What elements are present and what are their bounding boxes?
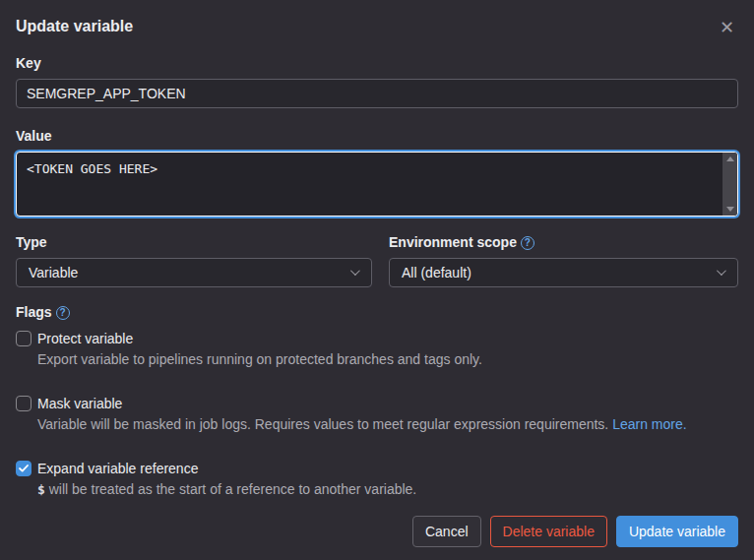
expand-variable-reference-checkbox[interactable]	[16, 461, 31, 476]
protect-variable-label: Protect variable	[37, 330, 482, 347]
protect-variable-row: Protect variable Export variable to pipe…	[16, 330, 738, 369]
dollar-symbol: $	[37, 482, 45, 497]
chevron-down-icon	[717, 266, 726, 276]
type-label: Type	[16, 234, 372, 250]
environment-scope-field-group: Environment scope? All (default)	[389, 234, 738, 287]
flags-label: Flags?	[16, 304, 738, 320]
expand-variable-reference-description: $ will be treated as the start of a refe…	[37, 479, 416, 500]
mask-variable-checkbox[interactable]	[16, 396, 31, 411]
update-variable-modal: Update variable ✕ Key Value <TOKEN GOES …	[0, 0, 754, 560]
flags-section: Flags? Protect variable Export variable …	[16, 304, 738, 500]
environment-scope-help-icon[interactable]: ?	[521, 236, 534, 250]
environment-scope-label: Environment scope?	[389, 234, 738, 250]
learn-more-link[interactable]: Learn more.	[612, 416, 686, 432]
key-input[interactable]	[16, 79, 738, 108]
protect-variable-description: Export variable to pipelines running on …	[37, 349, 482, 369]
close-icon[interactable]: ✕	[716, 17, 738, 38]
type-select[interactable]: Variable	[16, 258, 372, 287]
mask-variable-label: Mask variable	[37, 395, 687, 412]
protect-variable-checkbox[interactable]	[16, 331, 31, 346]
delete-variable-button[interactable]: Delete variable	[490, 516, 607, 547]
mask-variable-description: Variable will be masked in job logs. Req…	[37, 414, 687, 434]
chevron-down-icon	[350, 266, 360, 276]
value-textarea[interactable]: <TOKEN GOES HERE>	[17, 153, 723, 216]
value-label: Value	[16, 128, 738, 144]
modal-footer: Cancel Delete variable Update variable	[412, 516, 738, 547]
key-label: Key	[16, 55, 738, 71]
key-field-group: Key	[16, 55, 738, 108]
type-field-group: Type Variable	[16, 234, 372, 287]
environment-scope-select-value: All (default)	[402, 265, 471, 280]
environment-scope-select[interactable]: All (default)	[389, 258, 738, 287]
modal-header: Update variable ✕	[16, 16, 738, 38]
type-env-row: Type Variable Environment scope? All (de…	[16, 234, 738, 287]
type-select-value: Variable	[29, 265, 78, 280]
value-textarea-focus-ring: <TOKEN GOES HERE>	[16, 152, 738, 217]
scroll-down-arrow-icon[interactable]	[726, 207, 734, 212]
textarea-scrollbar[interactable]	[723, 153, 737, 216]
mask-variable-row: Mask variable Variable will be masked in…	[16, 395, 738, 434]
value-field-group: Value <TOKEN GOES HERE>	[16, 128, 738, 217]
expand-variable-reference-row: Expand variable reference $ will be trea…	[16, 460, 738, 500]
modal-title: Update variable	[16, 16, 133, 37]
cancel-button[interactable]: Cancel	[412, 516, 481, 547]
check-icon	[19, 465, 29, 472]
expand-variable-reference-label: Expand variable reference	[37, 460, 416, 477]
scroll-up-arrow-icon[interactable]	[726, 156, 734, 161]
update-variable-button[interactable]: Update variable	[616, 516, 738, 547]
flags-help-icon[interactable]: ?	[56, 306, 70, 320]
